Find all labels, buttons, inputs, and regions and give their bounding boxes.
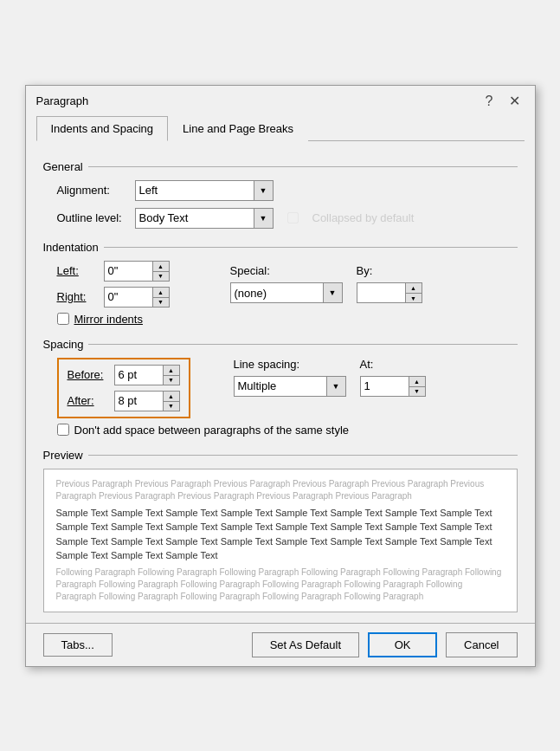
- indent-right-input[interactable]: 0": [105, 288, 152, 307]
- before-label: Before:: [68, 368, 107, 381]
- indent-left-right-row: Left: 0" ▲ ▼ Right:: [43, 261, 518, 308]
- collapsed-checkbox[interactable]: [287, 212, 299, 223]
- after-label: After:: [68, 394, 107, 407]
- indent-right-up[interactable]: ▲: [153, 288, 169, 297]
- close-button[interactable]: ✕: [505, 93, 525, 110]
- preview-following-text: Following Paragraph Following Paragraph …: [56, 566, 505, 603]
- before-input[interactable]: 6 pt: [115, 366, 163, 385]
- indent-left-input[interactable]: 0": [105, 262, 152, 281]
- by-col: By: ▲ ▼: [357, 264, 422, 303]
- spacing-main-row: Before: 6 pt ▲ ▼ After:: [43, 358, 518, 418]
- at-spin[interactable]: 1 ▲ ▼: [360, 376, 426, 397]
- tabs-button[interactable]: Tabs...: [43, 633, 113, 657]
- cancel-button[interactable]: Cancel: [446, 632, 517, 657]
- by-input[interactable]: [357, 283, 405, 302]
- alignment-chevron-icon: ▼: [254, 181, 273, 200]
- special-label: Special:: [230, 264, 343, 277]
- at-up[interactable]: ▲: [409, 377, 425, 386]
- mirror-indents-label[interactable]: Mirror indents: [74, 313, 143, 326]
- outline-label: Outline level:: [57, 211, 135, 224]
- spacing-section-header: Spacing: [43, 338, 518, 351]
- by-label: By:: [357, 264, 422, 277]
- alignment-row: Alignment: Left ▼: [43, 180, 518, 201]
- preview-previous-text: Previous Paragraph Previous Paragraph Pr…: [56, 478, 505, 502]
- line-spacing-col: Line spacing: Multiple ▼: [234, 358, 346, 397]
- by-spinbtns: ▲ ▼: [405, 283, 422, 302]
- preview-box: Previous Paragraph Previous Paragraph Pr…: [43, 469, 518, 612]
- indentation-section-header: Indentation: [43, 241, 518, 254]
- indent-right-spinbtns: ▲ ▼: [152, 288, 169, 307]
- by-spin[interactable]: ▲ ▼: [357, 282, 422, 303]
- title-bar-controls: ? ✕: [481, 93, 525, 110]
- special-dropdown[interactable]: (none) ▼: [230, 282, 343, 303]
- dont-add-space-row: Don't add space between paragraphs of th…: [43, 424, 518, 437]
- alignment-dropdown[interactable]: Left ▼: [135, 180, 274, 201]
- outline-dropdown[interactable]: Body Text ▼: [135, 208, 274, 229]
- bottom-right-buttons: Set As Default OK Cancel: [252, 632, 518, 657]
- special-select[interactable]: (none): [231, 283, 325, 302]
- alignment-label: Alignment:: [57, 184, 135, 197]
- mirror-indents-checkbox[interactable]: [57, 313, 69, 325]
- ok-button[interactable]: OK: [368, 632, 437, 657]
- before-after-group: Before: 6 pt ▲ ▼ After:: [57, 358, 190, 418]
- indent-left-row: Left: 0" ▲ ▼: [57, 261, 170, 282]
- tab-line-page-breaks[interactable]: Line and Page Breaks: [168, 116, 308, 141]
- tab-indents-spacing[interactable]: Indents and Spacing: [36, 116, 169, 141]
- indent-left-up[interactable]: ▲: [153, 262, 169, 271]
- set-default-button[interactable]: Set As Default: [252, 632, 359, 657]
- after-spinbtns: ▲ ▼: [163, 392, 179, 411]
- indent-left-spinbtns: ▲ ▼: [152, 262, 169, 281]
- preview-section-header: Preview: [43, 449, 518, 462]
- bottom-bar: Tabs... Set As Default OK Cancel: [26, 623, 535, 666]
- collapsed-label: Collapsed by default: [312, 211, 415, 224]
- preview-sample-text: Sample Text Sample Text Sample Text Samp…: [56, 506, 505, 563]
- before-row: Before: 6 pt ▲ ▼: [68, 365, 180, 385]
- mirror-indents-row: Mirror indents: [43, 313, 518, 326]
- by-up[interactable]: ▲: [406, 283, 422, 293]
- indent-right-down[interactable]: ▼: [153, 297, 169, 307]
- help-button[interactable]: ?: [481, 93, 498, 110]
- dont-add-space-label[interactable]: Don't add space between paragraphs of th…: [74, 424, 350, 437]
- indent-left-down[interactable]: ▼: [153, 271, 169, 281]
- dont-add-space-checkbox[interactable]: [57, 424, 69, 436]
- before-after-fields: Before: 6 pt ▲ ▼ After:: [68, 365, 180, 411]
- at-col: At: 1 ▲ ▼: [360, 358, 426, 397]
- at-spinbtns: ▲ ▼: [409, 377, 425, 396]
- general-section-header: General: [43, 160, 518, 173]
- line-spacing-select[interactable]: Multiple: [235, 377, 328, 396]
- special-by-group: Special: (none) ▼ By: ▲: [230, 261, 422, 308]
- tab-bar: Indents and Spacing Line and Page Breaks: [36, 115, 525, 141]
- indent-right-label: Right:: [57, 290, 97, 303]
- after-up[interactable]: ▲: [164, 392, 179, 401]
- by-down[interactable]: ▼: [406, 293, 422, 302]
- special-col: Special: (none) ▼: [230, 264, 343, 303]
- indent-right-spin[interactable]: 0" ▲ ▼: [104, 287, 170, 308]
- outline-chevron-icon: ▼: [254, 209, 273, 228]
- alignment-select[interactable]: Left: [136, 181, 255, 200]
- at-label: At:: [360, 358, 426, 371]
- title-bar: Paragraph ? ✕: [26, 86, 535, 115]
- indent-left-label: Left:: [57, 264, 97, 277]
- dialog-content: General Alignment: Left ▼ Outline level:: [26, 141, 535, 623]
- after-row: After: 8 pt ▲ ▼: [68, 391, 180, 411]
- line-spacing-label: Line spacing:: [234, 358, 346, 371]
- after-input[interactable]: 8 pt: [115, 392, 163, 411]
- line-spacing-group: Line spacing: Multiple ▼ At: 1: [234, 358, 426, 397]
- line-spacing-dropdown[interactable]: Multiple ▼: [234, 376, 346, 397]
- before-up[interactable]: ▲: [164, 366, 179, 375]
- special-chevron-icon: ▼: [323, 283, 342, 302]
- before-spin[interactable]: 6 pt ▲ ▼: [114, 365, 180, 385]
- before-down[interactable]: ▼: [164, 375, 179, 385]
- dialog-title: Paragraph: [36, 94, 89, 107]
- after-spin[interactable]: 8 pt ▲ ▼: [114, 391, 180, 411]
- outline-select[interactable]: Body Text: [136, 209, 255, 228]
- at-input[interactable]: 1: [361, 377, 409, 396]
- paragraph-dialog: Paragraph ? ✕ Indents and Spacing Line a…: [25, 85, 536, 667]
- indent-left-right-group: Left: 0" ▲ ▼ Right:: [57, 261, 170, 308]
- before-spinbtns: ▲ ▼: [163, 366, 179, 385]
- after-down[interactable]: ▼: [164, 401, 179, 411]
- indent-left-spin[interactable]: 0" ▲ ▼: [104, 261, 170, 282]
- collapsed-checkbox-row: Collapsed by default: [287, 211, 415, 224]
- at-down[interactable]: ▼: [409, 386, 425, 396]
- indent-right-row: Right: 0" ▲ ▼: [57, 287, 170, 308]
